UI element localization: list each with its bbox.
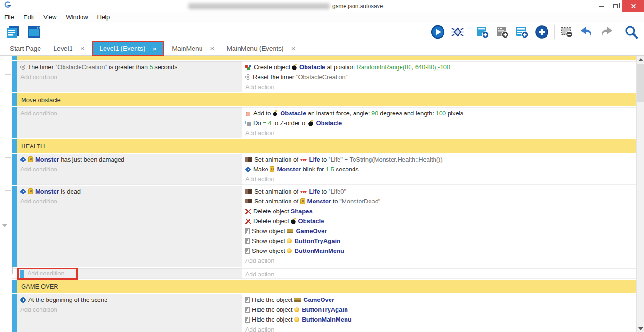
tab-close-icon[interactable]: × [210, 44, 215, 52]
preview-play-button[interactable] [429, 24, 447, 40]
event-row[interactable]: Add conditionAdd to Obstacle an instant … [12, 107, 636, 138]
event-group-header[interactable]: GAME OVER [12, 280, 636, 293]
group-header-label[interactable]: GAME OVER [17, 280, 636, 293]
conditions-cell[interactable]: Monster has just been damagedAdd conditi… [17, 154, 242, 185]
conditions-cell[interactable]: Add condition [17, 107, 242, 138]
scene-editor-button[interactable] [24, 24, 44, 40]
add-condition-button[interactable]: Add condition [27, 268, 64, 279]
conditions-cell[interactable]: At the beginning of the sceneAdd conditi… [17, 294, 242, 332]
add-other-event-button[interactable] [533, 24, 551, 40]
event-selection-bar[interactable] [12, 107, 17, 138]
event-selection-bar[interactable] [20, 270, 24, 278]
actions-cell[interactable]: Set animation of Life to "Life0"Set anim… [242, 186, 636, 267]
action-line[interactable]: Delete object Shapes [245, 206, 636, 216]
tab-start-page[interactable]: Start Page [4, 41, 47, 55]
action-line[interactable]: Set animation of Monster to "MonsterDead… [245, 196, 636, 206]
actions-cell[interactable]: Add to Obstacle an instant force, angle:… [242, 107, 636, 138]
add-condition-button[interactable]: Add condition [20, 164, 242, 174]
event-selection-bar[interactable] [12, 93, 17, 106]
condition-line[interactable]: At the beginning of the scene [20, 295, 242, 305]
event-group-header[interactable]: HEALTH [12, 139, 636, 153]
event-row[interactable]: Monster has just been damagedAdd conditi… [12, 154, 636, 185]
tab-close-icon[interactable]: × [153, 45, 157, 53]
scroll-up-button[interactable] [638, 58, 643, 61]
redo-button[interactable] [597, 24, 615, 40]
event-group-header[interactable]: Move obstacle [12, 93, 636, 106]
project-manager-button[interactable] [4, 24, 23, 40]
action-line[interactable]: Set animation of Life to "Life0" [245, 186, 636, 196]
event-row[interactable]: At the beginning of the sceneAdd conditi… [12, 294, 636, 332]
tab-mainmenu-events[interactable]: MainMenu (Events) × [220, 41, 301, 55]
action-line[interactable]: Show object ButtonMainMenu [245, 246, 636, 256]
add-event-button[interactable] [474, 24, 491, 40]
event-selection-bar[interactable] [12, 139, 17, 153]
add-subevent-button[interactable] [493, 24, 511, 40]
action-line[interactable]: Do = 4 to Z-order of Obstacle [245, 118, 636, 128]
add-action-button[interactable]: Add action [245, 128, 636, 138]
action-line[interactable]: Delete object Obstacle [245, 216, 636, 226]
action-line[interactable]: Set animation of Life to "Life" + ToStri… [245, 154, 636, 164]
conditions-cell[interactable]: The timer "ObstacleCreation" is greater … [17, 61, 242, 92]
action-line[interactable]: Show object ButtonTryAgain [245, 236, 636, 246]
tab-level1-events[interactable]: Level1 (Events) × [93, 42, 163, 55]
actions-cell[interactable]: Set animation of Life to "Life" + ToStri… [242, 154, 636, 185]
action-line[interactable]: Make Monster blink for 1.5 seconds [245, 164, 636, 174]
scroll-down-button[interactable] [638, 327, 643, 330]
restore-button[interactable] [608, 0, 622, 12]
event-selection-bar[interactable] [12, 154, 17, 185]
event-row[interactable]: The timer "ObstacleCreation" is greater … [12, 61, 636, 92]
add-action-button[interactable]: Add action [245, 324, 636, 332]
event-selection-bar[interactable] [12, 294, 17, 332]
add-condition-button[interactable]: Add condition [20, 196, 242, 206]
group-header-label[interactable]: Move obstacle [17, 93, 636, 106]
undo-button[interactable] [578, 24, 596, 40]
action-line[interactable]: Add to Obstacle an instant force, angle:… [245, 108, 636, 118]
menu-help[interactable]: Help [93, 12, 115, 23]
add-action-button[interactable]: Add action [245, 174, 636, 184]
add-condition-button[interactable]: Add condition [20, 108, 242, 118]
actions-cell[interactable]: Hide the object GameOverHide the object … [242, 294, 636, 332]
event-selection-bar[interactable] [12, 186, 17, 267]
tab-close-icon[interactable]: × [291, 44, 296, 52]
scroll-thumb[interactable] [637, 64, 644, 102]
tab-level1[interactable]: Level1 × [47, 41, 90, 55]
sub-conditions-cell[interactable]: Add condition [12, 268, 242, 279]
actions-cell[interactable]: Create object Obstacle at position Rando… [242, 61, 636, 92]
action-line[interactable]: Hide the object GameOver [245, 295, 636, 305]
add-comment-button[interactable] [513, 24, 531, 40]
add-condition-button[interactable]: Add condition [20, 305, 242, 315]
action-line[interactable]: Create object Obstacle at position Rando… [245, 62, 636, 72]
group-header-label[interactable]: HEALTH [17, 139, 636, 153]
tab-close-icon[interactable]: × [80, 44, 84, 52]
add-condition-button[interactable]: Add condition [20, 72, 242, 82]
close-button[interactable] [622, 0, 644, 12]
tab-mainmenu[interactable]: MainMenu × [166, 41, 220, 55]
search-events-button[interactable] [622, 24, 640, 40]
add-action-button[interactable]: Add action [245, 256, 636, 266]
condition-line[interactable]: Monster is dead [20, 186, 242, 196]
event-selection-bar[interactable] [12, 280, 17, 293]
add-action-button[interactable]: Add action [245, 82, 636, 92]
vertical-scrollbar[interactable] [636, 56, 644, 332]
debugger-button[interactable] [449, 24, 467, 40]
condition-line[interactable]: The timer "ObstacleCreation" is greater … [20, 62, 242, 72]
menu-edit[interactable]: Edit [19, 12, 39, 23]
action-line[interactable]: Hide the object ButtonTryAgain [245, 305, 636, 315]
sub-actions-cell[interactable]: Add action [242, 268, 636, 279]
add-action-button[interactable]: Add action [245, 269, 636, 279]
action-line[interactable]: Show object GameOver [245, 226, 636, 236]
minimize-button[interactable] [594, 0, 608, 12]
sub-event-row[interactable]: Add conditionAdd action [12, 268, 636, 279]
condition-line[interactable]: Monster has just been damaged [20, 154, 242, 164]
conditions-cell[interactable]: Monster is deadAdd condition [17, 186, 242, 267]
collapse-arrow-icon[interactable] [2, 224, 7, 227]
delete-event-button[interactable] [558, 24, 576, 40]
menu-window[interactable]: Window [61, 12, 92, 23]
menu-view[interactable]: View [39, 12, 61, 23]
event-selection-bar[interactable] [12, 56, 17, 60]
action-line[interactable]: Hide the object ButtonMainMenu [245, 315, 636, 324]
event-selection-bar[interactable] [12, 61, 17, 92]
event-row[interactable]: Monster is deadAdd conditionSet animatio… [12, 186, 636, 267]
event-group-header-partial[interactable] [12, 56, 636, 60]
menu-file[interactable]: File [0, 12, 19, 23]
